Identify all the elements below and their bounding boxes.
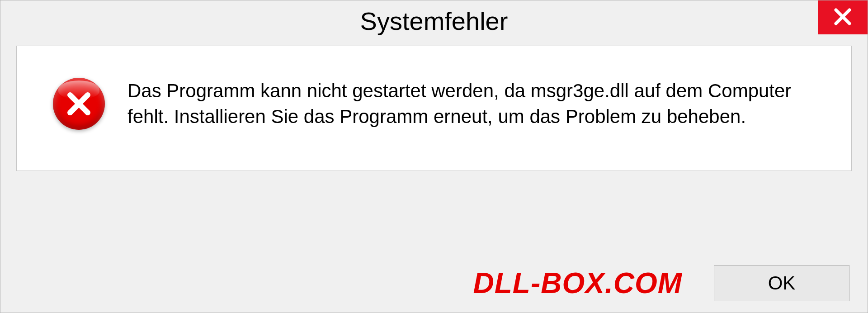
footer: DLL-BOX.COM OK [0,265,868,301]
dialog-title: Systemfehler [360,6,508,36]
watermark-text: DLL-BOX.COM [473,266,683,300]
ok-button-label: OK [768,272,796,294]
error-message: Das Programm kann nicht gestartet werden… [127,78,824,129]
titlebar: Systemfehler [0,0,868,41]
close-icon [834,8,852,28]
ok-button[interactable]: OK [714,265,849,301]
close-button[interactable] [818,0,868,34]
message-panel: Das Programm kann nicht gestartet werden… [16,46,852,171]
error-icon [53,78,105,130]
